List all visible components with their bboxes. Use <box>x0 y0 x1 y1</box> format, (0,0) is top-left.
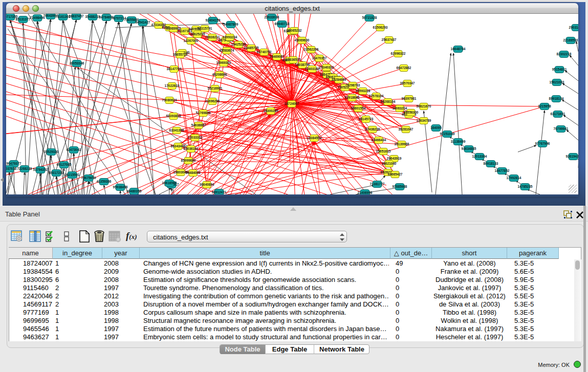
svg-text:18969301: 18969301 <box>216 61 231 64</box>
svg-text:22633036: 22633036 <box>265 15 279 19</box>
svg-text:42473041: 42473041 <box>67 148 81 151</box>
svg-text:94541427: 94541427 <box>136 20 150 24</box>
svg-text:164095: 164095 <box>430 126 442 129</box>
svg-text:61506293: 61506293 <box>373 26 388 29</box>
svg-text:63341398: 63341398 <box>169 128 184 132</box>
svg-text:12033332: 12033332 <box>188 136 203 139</box>
svg-text:18724007: 18724007 <box>285 102 299 105</box>
svg-text:18300295: 18300295 <box>264 109 278 113</box>
svg-text:54638887: 54638887 <box>191 123 206 127</box>
svg-text:18038756: 18038756 <box>295 63 310 67</box>
svg-text:95154811: 95154811 <box>552 68 567 71</box>
svg-text:85999680: 85999680 <box>181 159 196 162</box>
svg-text:35593228: 35593228 <box>356 89 371 93</box>
svg-text:92619427: 92619427 <box>566 155 578 158</box>
svg-text:71381777: 71381777 <box>370 182 385 186</box>
svg-text:35529320: 35529320 <box>44 150 59 154</box>
svg-text:38147794: 38147794 <box>167 67 182 71</box>
svg-text:69940718: 69940718 <box>275 22 290 26</box>
svg-text:75340316: 75340316 <box>319 65 334 69</box>
svg-text:89317233: 89317233 <box>49 171 64 174</box>
svg-text:35139968: 35139968 <box>395 142 409 146</box>
svg-text:16648784: 16648784 <box>451 47 466 51</box>
svg-text:72403169: 72403169 <box>305 67 320 71</box>
svg-text:50821670: 50821670 <box>417 104 431 108</box>
svg-text:89918134: 89918134 <box>549 97 564 100</box>
svg-text:97885988: 97885988 <box>393 185 407 188</box>
svg-text:66268164: 66268164 <box>381 100 396 103</box>
svg-text:19384554: 19384554 <box>307 136 322 140</box>
svg-text:78161301: 78161301 <box>56 15 71 18</box>
svg-text:38570347: 38570347 <box>400 81 415 85</box>
svg-text:24485705: 24485705 <box>244 46 259 50</box>
svg-text:89556300: 89556300 <box>404 111 419 114</box>
svg-text:21406998: 21406998 <box>358 191 373 194</box>
svg-text:38621040: 38621040 <box>382 162 397 165</box>
svg-text:79675659: 79675659 <box>81 176 96 180</box>
svg-text:29031420: 29031420 <box>569 26 578 29</box>
svg-text:35488219: 35488219 <box>85 15 100 18</box>
svg-text:21696296: 21696296 <box>205 99 220 103</box>
svg-text:3215958: 3215958 <box>538 104 551 108</box>
svg-text:13993234: 13993234 <box>223 35 237 39</box>
svg-text:12267000: 12267000 <box>184 39 199 42</box>
svg-text:80918133: 80918133 <box>484 162 498 165</box>
svg-text:29643919: 29643919 <box>387 157 402 160</box>
svg-text:43069630: 43069630 <box>295 38 310 42</box>
svg-text:52315791: 52315791 <box>198 27 212 30</box>
svg-text:27578104: 27578104 <box>369 94 384 98</box>
svg-text:12013364: 12013364 <box>472 155 487 158</box>
svg-text:10616565: 10616565 <box>162 181 177 185</box>
svg-text:98912471: 98912471 <box>212 190 227 194</box>
svg-text:97251049: 97251049 <box>440 132 455 136</box>
svg-text:95938498: 95938498 <box>113 185 128 189</box>
svg-text:24469087: 24469087 <box>270 55 285 58</box>
svg-text:40825235: 40825235 <box>190 32 205 36</box>
svg-text:63740752: 63740752 <box>257 50 272 54</box>
svg-text:38281047: 38281047 <box>399 127 413 131</box>
svg-text:93634885: 93634885 <box>462 147 476 150</box>
svg-text:94484008: 94484008 <box>186 171 201 174</box>
svg-text:19425238: 19425238 <box>231 42 246 46</box>
svg-text:34987809: 34987809 <box>224 23 238 26</box>
svg-text:15651615: 15651615 <box>376 149 391 153</box>
svg-text:12634789: 12634789 <box>417 119 431 122</box>
svg-text:35284669: 35284669 <box>332 78 346 81</box>
svg-text:78298763: 78298763 <box>345 83 360 87</box>
svg-text:53794352: 53794352 <box>33 168 48 171</box>
svg-text:25637437: 25637437 <box>382 38 397 41</box>
svg-text:38655710: 38655710 <box>173 53 188 56</box>
svg-text:25836575: 25836575 <box>286 58 301 61</box>
svg-text:66472862: 66472862 <box>397 66 411 70</box>
svg-text:92404159: 92404159 <box>206 18 221 22</box>
svg-text:17022619: 17022619 <box>165 84 180 87</box>
svg-text:65036102: 65036102 <box>184 147 199 150</box>
svg-text:28065232: 28065232 <box>287 29 302 32</box>
svg-text:49480355: 49480355 <box>127 189 142 193</box>
svg-text:69127085: 69127085 <box>57 163 72 166</box>
svg-text:23562206: 23562206 <box>304 48 319 51</box>
svg-text:85583674: 85583674 <box>220 49 234 52</box>
svg-text:44665427: 44665427 <box>388 172 403 176</box>
svg-text:14037616: 14037616 <box>6 167 17 170</box>
svg-text:73080624: 73080624 <box>162 98 177 102</box>
svg-text:23466434: 23466434 <box>372 138 386 142</box>
svg-text:14785235: 14785235 <box>518 185 533 188</box>
svg-text:96397981: 96397981 <box>402 97 417 100</box>
svg-text:46208666: 46208666 <box>212 73 227 76</box>
svg-text:11470357: 11470357 <box>312 56 327 60</box>
svg-text:88837457: 88837457 <box>69 14 84 18</box>
svg-text:90479377: 90479377 <box>7 162 21 165</box>
svg-text:82302218: 82302218 <box>557 52 572 56</box>
svg-text:36640894: 36640894 <box>200 183 214 186</box>
svg-text:62918645: 62918645 <box>345 96 360 99</box>
svg-text:96145723: 96145723 <box>359 117 374 121</box>
svg-text:50721828: 50721828 <box>362 16 377 19</box>
svg-text:10063204: 10063204 <box>393 106 407 110</box>
svg-text:41359386: 41359386 <box>97 180 112 183</box>
svg-text:22169593: 22169593 <box>563 38 578 42</box>
svg-text:62996322: 62996322 <box>391 52 406 55</box>
svg-text:97767996: 97767996 <box>535 142 550 145</box>
svg-text:78838211: 78838211 <box>205 35 220 39</box>
svg-text:18477852: 18477852 <box>495 169 510 172</box>
